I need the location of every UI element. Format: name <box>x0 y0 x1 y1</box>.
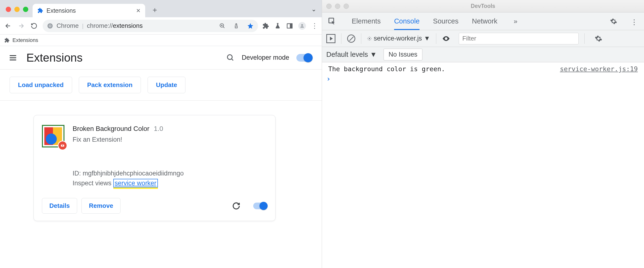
gear-icon <box>367 36 372 41</box>
tab-elements[interactable]: Elements <box>352 13 381 30</box>
developer-mode-label: Developer mode <box>242 54 289 61</box>
details-button[interactable]: Details <box>42 198 77 214</box>
clear-console-icon[interactable] <box>347 35 355 43</box>
unpacked-badge-icon <box>58 141 67 150</box>
more-tabs-icon[interactable]: » <box>514 18 518 25</box>
svg-point-11 <box>369 38 370 39</box>
side-panel-icon[interactable] <box>286 23 293 29</box>
labs-icon[interactable] <box>274 23 281 29</box>
load-unpacked-button[interactable]: Load unpacked <box>10 77 72 93</box>
devtools-window: DevTools Elements Console Sources Networ… <box>322 0 644 268</box>
live-expression-icon[interactable] <box>442 35 450 43</box>
maximize-window-icon[interactable] <box>23 7 28 12</box>
menu-icon[interactable] <box>8 54 17 62</box>
bookmark-star-icon[interactable] <box>247 23 254 29</box>
puzzle-icon <box>38 8 43 14</box>
close-window-icon[interactable] <box>6 7 11 12</box>
extension-id: ID: mgfbhjnibhjdehcphiocaoeidiidmngo <box>72 170 267 177</box>
console-toolbar: service-worker.js ▼ <box>322 30 644 47</box>
toggle-sidebar-icon[interactable] <box>326 34 336 43</box>
service-worker-link[interactable]: service worker <box>113 179 158 187</box>
svg-point-7 <box>227 55 232 60</box>
console-settings-icon[interactable] <box>595 35 602 43</box>
console-output: The background color is green. service-w… <box>322 62 644 268</box>
reload-button[interactable] <box>30 22 38 30</box>
close-tab-icon[interactable]: × <box>136 7 140 14</box>
zoom-icon[interactable] <box>219 23 226 29</box>
bookmarks-bar: Extensions <box>0 35 322 46</box>
chrome-icon <box>47 23 53 29</box>
console-prompt[interactable]: › <box>322 74 644 84</box>
extension-description: Fix an Extension! <box>72 136 267 143</box>
browser-tab[interactable]: Extensions × <box>32 4 145 17</box>
share-icon[interactable] <box>233 23 239 29</box>
tabs-overflow-icon[interactable]: ⌄ <box>311 6 316 13</box>
execution-context-selector[interactable]: service-worker.js ▼ <box>367 35 430 42</box>
extension-enable-toggle[interactable] <box>253 202 267 209</box>
update-button[interactable]: Update <box>148 77 186 93</box>
log-message: The background color is green. <box>328 65 560 73</box>
tab-title: Extensions <box>46 7 133 14</box>
inspect-element-icon[interactable] <box>328 18 336 25</box>
omnibox-chip-label: Chrome <box>56 22 78 30</box>
extension-name: Broken Background Color <box>72 125 150 132</box>
tab-console[interactable]: Console <box>394 13 420 30</box>
profile-avatar[interactable] <box>298 22 306 30</box>
chevron-down-icon: ▼ <box>424 35 430 42</box>
reload-extension-icon[interactable] <box>232 202 240 210</box>
console-subtoolbar: Default levels ▼ No Issues <box>322 47 644 62</box>
extension-icon <box>42 125 64 147</box>
minimize-window-icon[interactable] <box>14 7 20 12</box>
svg-rect-5 <box>290 24 292 28</box>
chrome-window: Extensions × + ⌄ Chrome | chrome://exten… <box>0 0 322 268</box>
bookmark-item[interactable]: Extensions <box>12 37 38 43</box>
omnibox-separator: | <box>82 23 84 29</box>
svg-point-9 <box>62 145 63 146</box>
toolbar-actions: ⋮ <box>262 22 318 30</box>
settings-icon[interactable] <box>610 18 617 25</box>
extensions-icon[interactable] <box>262 23 269 29</box>
extension-card: Broken Background Color 1.0 Fix an Exten… <box>34 115 276 221</box>
remove-button[interactable]: Remove <box>82 198 120 214</box>
browser-toolbar: Chrome | chrome://extensions ⋮ <box>0 17 322 35</box>
tab-network[interactable]: Network <box>472 13 498 30</box>
devtools-menu-icon[interactable]: ⋮ <box>630 18 638 25</box>
forward-button[interactable] <box>17 22 26 30</box>
pack-extension-button[interactable]: Pack extension <box>79 77 141 93</box>
inspect-views: Inspect views service worker <box>72 180 267 187</box>
back-button[interactable] <box>4 22 12 30</box>
devtools-titlebar: DevTools <box>322 0 644 13</box>
extensions-list: Broken Background Color 1.0 Fix an Exten… <box>0 101 322 235</box>
extension-version: 1.0 <box>154 125 163 132</box>
devtools-tabs: Elements Console Sources Network » ⋮ <box>322 13 644 30</box>
omnibox-url: chrome://extensions <box>87 22 143 30</box>
issues-button[interactable]: No Issues <box>384 49 422 60</box>
address-bar[interactable]: Chrome | chrome://extensions <box>43 20 258 32</box>
log-levels-selector[interactable]: Default levels ▼ <box>326 51 377 59</box>
developer-actions: Load unpacked Pack extension Update <box>0 70 322 101</box>
log-source-link[interactable]: service-worker.js:19 <box>560 65 638 73</box>
svg-point-2 <box>49 25 51 27</box>
devtools-title: DevTools <box>322 3 644 9</box>
puzzle-icon <box>4 38 10 43</box>
filter-input[interactable] <box>459 33 578 44</box>
developer-mode-toggle[interactable] <box>296 54 312 62</box>
tab-sources[interactable]: Sources <box>433 13 458 30</box>
new-tab-button[interactable]: + <box>150 5 160 15</box>
browser-menu-icon[interactable]: ⋮ <box>311 22 318 30</box>
search-icon[interactable] <box>226 54 234 62</box>
page-title: Extensions <box>26 51 226 64</box>
window-controls <box>6 7 28 12</box>
log-entry: The background color is green. service-w… <box>322 64 644 74</box>
extensions-header: Extensions Developer mode <box>0 46 322 70</box>
tab-strip: Extensions × + ⌄ <box>0 0 322 17</box>
svg-point-6 <box>301 24 303 26</box>
